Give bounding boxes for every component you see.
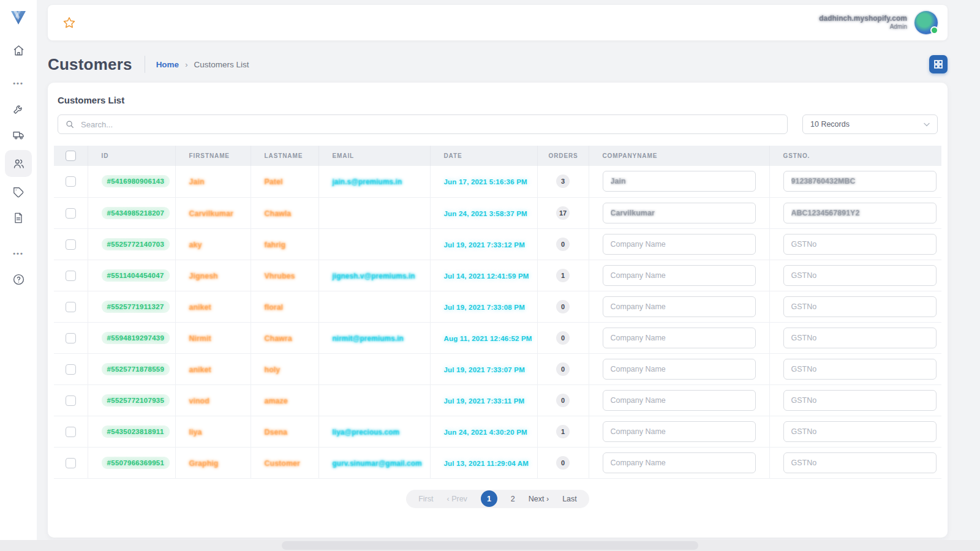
table-row: #5525771878559 aniket holy Jul 19, 2021 …	[54, 353, 941, 384]
column-header-companyname: COMPANYNAME	[589, 146, 769, 166]
customer-id-badge: #5435023818911	[102, 425, 170, 438]
column-header-email: EMAIL	[318, 146, 430, 166]
wrench-icon	[12, 103, 24, 115]
title-divider	[145, 56, 145, 73]
chevron-down-icon	[924, 122, 930, 127]
gst-no-input[interactable]	[783, 234, 937, 255]
help-circle-icon	[12, 273, 25, 286]
page-header: Customers Home › Customers List	[48, 51, 948, 77]
customer-date: Jun 17, 2021 5:16:36 PM	[444, 178, 527, 186]
customer-id-badge: #5434985218207	[102, 207, 170, 219]
gst-no-input[interactable]	[783, 265, 937, 286]
table-row: #5594819297439 Nirmit Chawra nirmit@prem…	[54, 322, 941, 353]
table-row: #5435023818911 liya Dsena liya@precious.…	[54, 416, 941, 447]
gst-no-input[interactable]	[783, 390, 937, 411]
row-checkbox[interactable]	[66, 271, 76, 281]
grid-view-button[interactable]	[929, 55, 948, 73]
favorite-star-button[interactable]	[62, 16, 76, 29]
app-logo[interactable]	[10, 9, 27, 29]
sidebar-item-customers[interactable]	[5, 150, 32, 177]
search-input[interactable]	[80, 119, 780, 130]
column-header-id: ID	[88, 146, 175, 166]
row-checkbox[interactable]	[66, 458, 76, 468]
gst-no-input[interactable]	[783, 296, 937, 317]
customer-email: jain.s@premiums.in	[333, 178, 402, 186]
pagination-next[interactable]: Next ›	[529, 495, 549, 503]
account-info: dadhinch.myshopify.com Admin	[819, 14, 907, 31]
table-row: #5434985218207 Carvilkumar Chawla Jun 24…	[54, 197, 941, 228]
sidebar-item-help[interactable]	[5, 268, 32, 291]
horizontal-scrollbar[interactable]	[0, 540, 980, 551]
customer-firstname: Carvilkumar	[189, 209, 233, 218]
table-body: #5416980906143 Jain Patel jain.s@premium…	[54, 166, 941, 478]
gst-no-input[interactable]	[783, 203, 937, 223]
customer-lastname: Vhrubes	[265, 272, 295, 280]
company-name-input[interactable]	[603, 171, 756, 192]
sidebar-item-shipping[interactable]	[5, 123, 32, 146]
scrollbar-thumb[interactable]	[282, 541, 698, 550]
row-checkbox[interactable]	[66, 239, 76, 250]
company-name-input[interactable]	[603, 234, 756, 255]
customer-date: Jul 19, 2021 7:33:12 PM	[444, 241, 525, 249]
orders-count-badge: 3	[556, 174, 570, 188]
gst-no-input[interactable]	[783, 421, 937, 442]
customers-list-card: Customers List 10 Records	[48, 83, 948, 538]
customer-id-badge: #5525771911327	[102, 301, 170, 313]
column-header-orders: ORDERS	[537, 146, 589, 166]
breadcrumb-home-link[interactable]: Home	[156, 60, 179, 69]
row-checkbox[interactable]	[66, 208, 76, 219]
row-checkbox[interactable]	[66, 176, 76, 187]
row-checkbox[interactable]	[66, 395, 76, 406]
home-icon	[12, 44, 25, 57]
customer-firstname: aniket	[189, 365, 211, 374]
sidebar-item-tools[interactable]	[5, 97, 32, 121]
topbar: dadhinch.myshopify.com Admin	[48, 5, 948, 40]
sidebar-divider-dots: •••	[5, 242, 32, 265]
company-name-input[interactable]	[603, 265, 756, 286]
table-row: #5511404454047 Jignesh Vhrubes jignesh.v…	[54, 260, 941, 291]
pagination-page-2[interactable]: 2	[511, 495, 515, 503]
pagination-first[interactable]: First	[418, 495, 433, 503]
gst-no-input[interactable]	[783, 359, 937, 380]
store-name: dadhinch.myshopify.com	[819, 14, 907, 23]
gst-no-input[interactable]	[783, 171, 937, 192]
orders-count-badge: 1	[556, 425, 570, 438]
row-checkbox[interactable]	[66, 427, 76, 437]
select-all-checkbox[interactable]	[66, 151, 76, 161]
orders-count-badge: 0	[556, 362, 570, 376]
company-name-input[interactable]	[603, 359, 756, 380]
customer-email: jignesh.v@premiums.in	[333, 272, 415, 280]
search-box	[58, 114, 788, 134]
row-checkbox[interactable]	[66, 333, 76, 343]
table-row: #5416980906143 Jain Patel jain.s@premium…	[54, 166, 941, 197]
customer-firstname: Jain	[189, 178, 205, 186]
company-name-input[interactable]	[603, 296, 756, 317]
gst-no-input[interactable]	[783, 452, 937, 473]
orders-count-badge: 0	[556, 394, 570, 407]
company-name-input[interactable]	[603, 452, 756, 473]
customer-firstname: liya	[189, 428, 202, 437]
customer-email: gurv.sinumar@gmail.com	[333, 459, 422, 468]
avatar[interactable]	[914, 11, 938, 34]
pagination-page-1[interactable]: 1	[481, 490, 497, 507]
sidebar-item-tags[interactable]	[5, 181, 32, 204]
customer-date: Jul 19, 2021 7:33:07 PM	[444, 366, 525, 373]
pagination-prev[interactable]: ‹ Prev	[447, 495, 467, 503]
sidebar: ••• •••	[0, 0, 37, 540]
company-name-input[interactable]	[603, 203, 756, 223]
pagination-last[interactable]: Last	[562, 495, 577, 503]
customer-date: Jun 24, 2021 3:58:37 PM	[444, 210, 527, 217]
breadcrumb: Home › Customers List	[156, 60, 249, 69]
pagination-row: First ‹ Prev 1 2 Next › Last	[48, 490, 948, 508]
records-per-page-dropdown[interactable]: 10 Records	[802, 114, 938, 134]
customer-lastname: Customer	[265, 459, 300, 468]
row-checkbox[interactable]	[66, 302, 76, 312]
company-name-input[interactable]	[603, 328, 756, 348]
company-name-input[interactable]	[603, 421, 756, 442]
company-name-input[interactable]	[603, 390, 756, 411]
orders-count-badge: 0	[556, 331, 570, 345]
sidebar-item-documents[interactable]	[5, 206, 32, 230]
row-checkbox[interactable]	[66, 364, 76, 375]
sidebar-item-home[interactable]	[5, 39, 32, 62]
gst-no-input[interactable]	[783, 328, 937, 348]
